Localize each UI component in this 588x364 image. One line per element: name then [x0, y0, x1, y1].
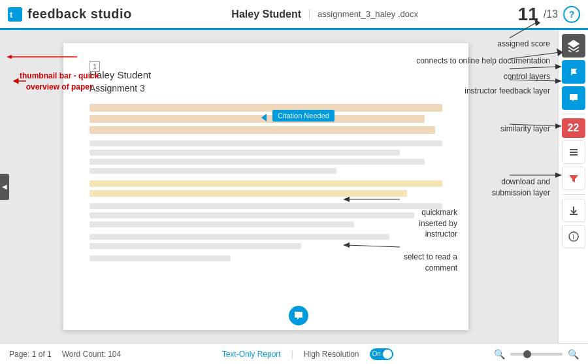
- citation-badge[interactable]: Citation Needed: [272, 110, 335, 122]
- highlight-line-3: [90, 126, 435, 134]
- filter-button[interactable]: [562, 167, 585, 190]
- sidebar-divider-2: [562, 194, 585, 195]
- high-res-label: High Resolution: [304, 350, 359, 359]
- header-left: t feedback studio: [8, 7, 132, 22]
- document-area: 1 Haley Student Assignment 3 Citation Ne…: [0, 30, 558, 343]
- highlight-line-2: [90, 115, 425, 123]
- download-icon: [568, 205, 580, 216]
- page-number: 11: [518, 4, 538, 25]
- svg-marker-10: [569, 175, 578, 182]
- zoom-out-icon[interactable]: 🔍: [494, 349, 505, 359]
- word-count: Word Count: 104: [62, 350, 122, 359]
- doc-assignment-title: Assignment 3: [90, 83, 442, 93]
- sidebar-divider-1: [562, 114, 585, 114]
- filename: assignment_3_haley .docx: [309, 9, 418, 19]
- header-center: Haley Student assignment_3_haley .docx: [231, 8, 418, 20]
- layers-button[interactable]: [562, 34, 585, 58]
- right-sidebar: 22 i: [558, 30, 588, 343]
- highlighted-section: [90, 180, 442, 197]
- document-page: 1 Haley Student Assignment 3 Citation Ne…: [63, 43, 468, 330]
- paragraph-lines-2: [90, 203, 442, 227]
- main-content: ◀ 1 Haley Student Assignment 3 Citation …: [0, 30, 588, 343]
- doc-student-name: Haley Student: [90, 69, 442, 80]
- paragraph-lines-4: [90, 256, 442, 261]
- footer-left: Page: 1 of 1 Word Count: 104: [9, 350, 121, 359]
- app-title: feedback studio: [27, 7, 132, 22]
- similarity-count: 22: [562, 118, 585, 138]
- student-name: Haley Student: [231, 8, 301, 20]
- header-right: 11 /13 ?: [518, 4, 580, 25]
- thumbnail-toggle[interactable]: ◀: [0, 174, 9, 200]
- layers-icon: [567, 39, 580, 52]
- highlight-line-1: [90, 104, 442, 112]
- zoom-knob: [523, 350, 531, 358]
- toggle-knob: [383, 350, 392, 359]
- svg-text:i: i: [572, 233, 574, 240]
- flag-icon: [568, 66, 580, 78]
- svg-text:t: t: [10, 10, 13, 20]
- flag-button[interactable]: [562, 60, 585, 84]
- highlighted-line-2: [90, 190, 407, 197]
- annotation-thumbnail-arrow: [13, 74, 33, 88]
- footer-center: Text-Only Report | High Resolution On: [222, 348, 393, 360]
- comment-icon: [293, 310, 304, 321]
- paragraph-lines-3: [90, 234, 442, 249]
- header: t feedback studio Haley Student assignme…: [0, 0, 588, 30]
- logo-icon: t: [8, 7, 22, 22]
- high-res-toggle[interactable]: On: [370, 348, 393, 360]
- download-button[interactable]: [562, 199, 585, 222]
- page-total: /13: [544, 8, 558, 20]
- list-button[interactable]: [562, 141, 585, 164]
- filter-icon: [568, 173, 580, 184]
- help-button[interactable]: ?: [563, 6, 580, 23]
- highlighted-line-1: [90, 180, 442, 187]
- zoom-in-icon[interactable]: 🔍: [568, 349, 579, 359]
- info-icon: i: [568, 231, 580, 242]
- page-number-badge: 1: [90, 61, 100, 72]
- citation-arrow: [261, 114, 267, 122]
- zoom-slider[interactable]: [510, 353, 563, 356]
- footer: Page: 1 of 1 Word Count: 104 Text-Only R…: [0, 343, 588, 364]
- feedback-icon: [568, 92, 580, 104]
- list-icon: [568, 146, 580, 158]
- paragraph-lines-1: [90, 141, 442, 174]
- footer-right: 🔍 🔍: [494, 349, 579, 359]
- high-res-toggle-container: On: [370, 348, 393, 360]
- info-button[interactable]: i: [562, 225, 585, 248]
- page-info: Page: 1 of 1: [9, 350, 52, 359]
- svg-marker-3: [568, 41, 579, 46]
- comment-bubble[interactable]: [289, 306, 308, 325]
- text-only-report-link[interactable]: Text-Only Report: [222, 350, 281, 359]
- feedback-button[interactable]: [562, 86, 585, 110]
